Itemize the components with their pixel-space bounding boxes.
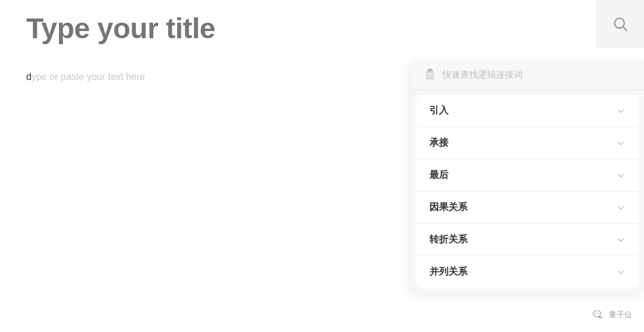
clipboard-icon <box>423 68 436 81</box>
watermark: 量子位 <box>592 308 632 321</box>
category-label-transition: 转折关系 <box>429 233 467 246</box>
category-label-parallel: 并列关系 <box>429 266 467 278</box>
connector-search-bar[interactable]: 快速查找逻辑连接词 <box>411 60 644 90</box>
watermark-text: 量子位 <box>609 309 632 320</box>
main-area: d ype or paste your text here 快速查找逻辑连 <box>0 0 644 332</box>
body-text-area: d ype or paste your text here <box>26 72 145 82</box>
cursor-char: d <box>26 72 32 82</box>
chevron-down-icon <box>615 202 626 213</box>
body-placeholder: ype or paste your text here <box>32 72 145 82</box>
svg-point-12 <box>602 315 602 316</box>
chevron-down-icon <box>615 106 626 116</box>
category-label-intro: 引入 <box>429 104 448 117</box>
svg-point-11 <box>600 316 600 316</box>
category-list: 引入承接最后因果关系转折关系并列关系 <box>416 95 639 288</box>
chevron-down-icon <box>615 267 626 278</box>
connector-dropdown-panel: 快速查找逻辑连接词 引入承接最后因果关系转折关系并列关系 <box>411 60 644 293</box>
wechat-icon <box>592 308 605 321</box>
svg-point-9 <box>596 313 597 314</box>
category-item-parallel[interactable]: 并列关系 <box>416 256 639 288</box>
category-label-finally: 最后 <box>429 169 448 182</box>
chevron-down-icon <box>615 170 626 181</box>
search-button[interactable] <box>596 0 644 48</box>
category-label-continue: 承接 <box>429 137 448 149</box>
category-label-causality: 因果关系 <box>429 201 467 214</box>
category-item-transition[interactable]: 转折关系 <box>416 224 639 256</box>
category-item-intro[interactable]: 引入 <box>416 95 639 127</box>
svg-line-1 <box>623 27 627 30</box>
svg-point-8 <box>593 311 601 316</box>
search-icon <box>612 16 628 32</box>
chevron-down-icon <box>615 138 626 149</box>
svg-point-0 <box>615 19 624 28</box>
search-placeholder-text: 快速查找逻辑连接词 <box>442 69 523 81</box>
svg-point-10 <box>597 313 599 314</box>
svg-rect-4 <box>428 69 432 72</box>
category-item-causality[interactable]: 因果关系 <box>416 192 639 224</box>
category-item-finally[interactable]: 最后 <box>416 159 639 192</box>
category-item-continue[interactable]: 承接 <box>416 127 639 159</box>
chevron-down-icon <box>615 235 626 245</box>
title-input[interactable] <box>26 12 324 45</box>
